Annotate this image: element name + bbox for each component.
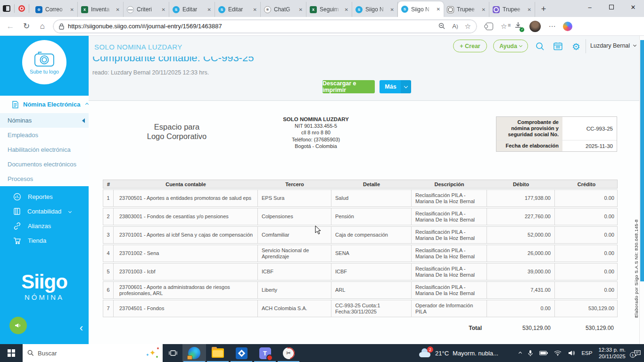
tab-close-icon[interactable]: ✕ <box>299 7 303 12</box>
url-text[interactable]: https://siigonube.siigo.com/#/journal-en… <box>68 23 435 30</box>
taskbar-app-edge[interactable] <box>182 344 206 362</box>
browser-tab[interactable]: Seguim ✕ <box>306 2 352 17</box>
microphone-icon[interactable] <box>528 350 533 356</box>
browser-tab[interactable]: Criteri ✕ <box>124 2 169 17</box>
sidebar-item[interactable]: Procesos <box>0 172 89 186</box>
sidebar-item-tienda[interactable]: Tienda <box>0 233 89 248</box>
sidebar-item[interactable]: Documentos electrónicos <box>0 157 89 172</box>
tab-label: Trupee <box>457 6 478 13</box>
create-button[interactable]: + Crear <box>453 40 487 52</box>
sidebar-item-contabilidad[interactable]: Contabilidad <box>0 204 89 219</box>
tab-close-icon[interactable]: ✕ <box>116 7 120 12</box>
chevron-down-icon <box>633 43 636 47</box>
settings-gear-icon[interactable]: ⚙ <box>572 41 580 52</box>
tab-label: Seguim <box>320 6 340 13</box>
favorites-bar-icon[interactable]: ☆ <box>501 22 507 31</box>
taskbar-weather[interactable]: 2 21°C Mayorm. nubla... <box>418 348 498 358</box>
browser-tab[interactable]: Siigo N ✕ <box>398 1 444 17</box>
upload-logo-button[interactable]: Sube tu logo <box>22 40 66 84</box>
tab-close-icon[interactable]: ✕ <box>390 7 394 12</box>
tab-close-icon[interactable]: ✕ <box>482 7 486 12</box>
refresh-icon[interactable]: ↻ <box>21 21 32 31</box>
tab-favicon <box>81 6 88 13</box>
sidebar-item[interactable]: Empleados <box>0 128 89 142</box>
tab-close-icon[interactable]: ✕ <box>345 7 348 12</box>
sidebar-item-reportes[interactable]: Reportes <box>0 189 89 204</box>
action-center-icon[interactable]: 1 <box>634 350 641 356</box>
sidebar-item-alianzas[interactable]: Alianzas <box>0 219 89 233</box>
tab-close-icon[interactable]: ✕ <box>528 7 531 12</box>
cell-debito: 39,000.00 <box>487 263 555 280</box>
copilot-icon[interactable] <box>563 22 572 31</box>
downloads-icon[interactable]: ✓ <box>514 22 522 31</box>
volume-icon[interactable] <box>568 350 575 356</box>
address-bar[interactable]: https://siigonube.siigo.com/#/journal-en… <box>53 19 477 33</box>
browser-tab[interactable]: Editar ✕ <box>169 2 215 17</box>
browser-tab[interactable]: Editar ✕ <box>215 2 261 17</box>
cell-number: 6 <box>103 282 114 298</box>
browser-tab[interactable]: Siigo N ✕ <box>352 2 398 17</box>
browser-tab[interactable]: Correo ✕ <box>32 2 78 17</box>
browser-tab[interactable]: Trupee ✕ <box>444 2 489 17</box>
cell-credito: 0.00 <box>555 190 618 206</box>
sidebar-item[interactable]: Habilitación electrónica <box>0 142 89 157</box>
download-print-button[interactable]: Descargar e imprimir <box>322 80 375 93</box>
read-aloud-icon[interactable]: A) <box>452 23 458 30</box>
page-scrollbar[interactable] <box>639 36 644 344</box>
taskbar-app-snipping[interactable]: ✂ <box>277 344 300 362</box>
taskbar-app-blue-diamond[interactable] <box>230 344 253 362</box>
browser-menu-icon[interactable]: ⋯ <box>548 22 555 31</box>
scrollbar-thumb[interactable] <box>640 40 644 281</box>
more-chevron[interactable] <box>401 80 411 93</box>
close-button[interactable]: ✕ <box>622 0 644 14</box>
taskbar-search[interactable]: Buscar ✦✦ <box>23 344 163 362</box>
extensions-icon[interactable] <box>486 23 493 30</box>
total-label: Total <box>411 324 487 332</box>
search-icon[interactable] <box>536 42 545 51</box>
back-icon[interactable]: ← <box>5 22 16 31</box>
copilot-sparkle-icon[interactable]: ✦✦ <box>148 348 158 358</box>
browser-tab[interactable]: Trupee ✕ <box>489 2 535 17</box>
teams-icon: T <box>259 347 271 359</box>
cell-detalle: CC-993-25 Cuota:1 Fecha:30/11/2025 <box>331 300 412 317</box>
cell-debito: 7,431.00 <box>487 282 555 298</box>
favorite-star-icon[interactable]: ☆ <box>465 22 471 31</box>
taskbar-clock[interactable]: 12:33 p. m. 20/11/2025 <box>598 346 626 360</box>
tab-favicon <box>310 6 317 13</box>
tab-close-icon[interactable]: ✕ <box>70 7 74 12</box>
cell-cuenta-contable: 23701002 - Sena <box>114 245 258 262</box>
sidebar-item[interactable]: Nóminas <box>0 113 89 128</box>
tab-layout-icon[interactable] <box>3 5 10 12</box>
table-row: 3 23701001 - Aportes al icbf Sena y caja… <box>103 226 618 244</box>
browser-profile-avatar[interactable] <box>529 21 541 32</box>
minimize-button[interactable]: – <box>579 0 601 14</box>
calendar-icon[interactable] <box>553 42 562 50</box>
task-view-button[interactable] <box>164 344 182 362</box>
user-menu[interactable]: Luzdary Bernal <box>590 42 636 49</box>
announcements-button[interactable] <box>9 317 27 334</box>
language-indicator[interactable]: ESP <box>581 350 592 356</box>
more-button[interactable]: Más <box>380 80 411 93</box>
sidebar-item-label: Procesos <box>8 175 33 182</box>
tab-close-icon[interactable]: ✕ <box>162 7 165 12</box>
reports-icon <box>13 193 21 201</box>
start-button[interactable] <box>0 344 23 362</box>
tab-close-icon[interactable]: ✕ <box>253 7 257 12</box>
tab-close-icon[interactable]: ✕ <box>437 7 440 12</box>
zoom-out-icon[interactable] <box>438 23 446 30</box>
taskbar-app-file-explorer[interactable] <box>206 344 230 362</box>
tab-close-icon[interactable]: ✕ <box>207 7 211 12</box>
battery-icon[interactable] <box>539 351 548 355</box>
wifi-icon[interactable] <box>554 350 561 356</box>
taskbar-app-teams[interactable]: T <box>253 344 277 362</box>
sidebar-module-nomina-electronica[interactable]: Nómina Electrónica <box>0 96 89 113</box>
sidebar-collapse-icon[interactable]: ‹ <box>80 323 83 333</box>
help-button[interactable]: Ayuda <box>493 40 528 52</box>
browser-tab[interactable]: ChatG ✕ <box>261 2 306 17</box>
browser-tab[interactable]: Inventa ✕ <box>78 2 124 17</box>
home-icon[interactable]: ⌂ <box>37 22 48 31</box>
new-tab-button[interactable]: + <box>537 2 550 16</box>
tray-expand-icon[interactable] <box>519 351 522 354</box>
maximize-button[interactable] <box>601 0 622 14</box>
recording-indicator-icon[interactable] <box>18 5 25 12</box>
